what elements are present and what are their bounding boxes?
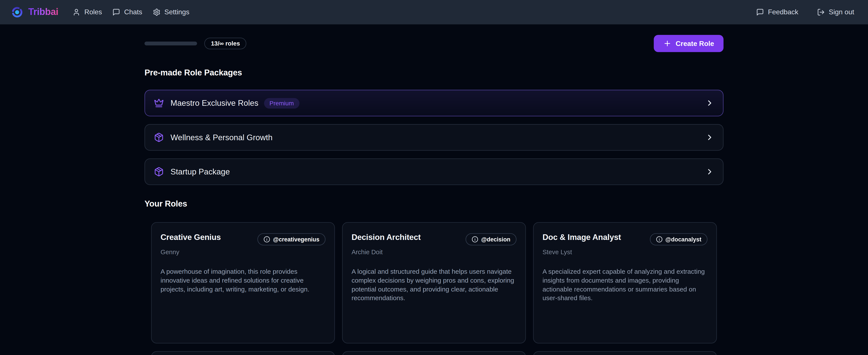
nav-label: Settings: [164, 8, 189, 16]
feedback-button[interactable]: Feedback: [756, 8, 798, 16]
role-title: Doc & Image Analyst: [542, 233, 621, 242]
create-role-button[interactable]: Create Role: [654, 35, 723, 52]
main-content: 13/∞ roles Create Role Pre-made Role Pac…: [145, 35, 723, 355]
app-viewport: Tribbai Roles: [0, 0, 868, 355]
chevron-right-icon: [705, 133, 714, 142]
role-description: A powerhouse of imagination, this role p…: [160, 267, 326, 294]
role-title: Creative Genius: [160, 233, 221, 242]
header-actions: Feedback Sign out: [756, 8, 854, 16]
chevron-right-icon: [705, 167, 714, 176]
package-title: Maestro Exclusive Roles: [170, 98, 258, 108]
info-icon: [264, 236, 270, 243]
user-icon: [73, 8, 81, 16]
roles-toolbar: 13/∞ roles Create Role: [145, 35, 723, 52]
brand-logo-icon: [11, 6, 23, 18]
plus-icon: [663, 39, 671, 48]
role-card-stub[interactable]: [342, 351, 526, 355]
role-handle: @decision: [481, 236, 510, 242]
role-card-doc-image-analyst[interactable]: Doc & Image Analyst @docanalyst Steve Ly…: [533, 222, 717, 344]
brand-name: Tribbai: [28, 7, 58, 18]
role-cards-grid-partial: [145, 351, 723, 355]
info-icon: [472, 236, 478, 243]
role-description: A logical and structured guide that help…: [351, 267, 517, 303]
package-icon: [154, 132, 164, 142]
info-icon: [656, 236, 663, 243]
package-title: Wellness & Personal Growth: [170, 133, 273, 142]
role-persona: Archie Doit: [351, 248, 517, 256]
message-square-icon: [113, 8, 120, 16]
role-persona: Genny: [160, 248, 326, 256]
main-nav: Roles Chats: [73, 8, 189, 16]
message-square-icon: [756, 8, 764, 16]
role-card-stub[interactable]: [151, 351, 335, 355]
role-title: Decision Architect: [351, 233, 421, 242]
nav-label: Roles: [84, 8, 102, 16]
role-persona: Steve Lyst: [542, 248, 708, 256]
role-handle: @creativegenius: [273, 236, 319, 242]
brand[interactable]: Tribbai: [11, 6, 58, 18]
your-roles-heading: Your Roles: [145, 198, 723, 209]
sign-out-label: Sign out: [829, 8, 854, 16]
nav-item-chats[interactable]: Chats: [113, 8, 142, 16]
package-title: Startup Package: [170, 167, 230, 176]
role-handle-badge[interactable]: @docanalyst: [650, 233, 708, 245]
role-handle-badge[interactable]: @creativegenius: [257, 233, 326, 245]
role-card-creative-genius[interactable]: Creative Genius @creativegenius Genny A …: [151, 222, 335, 344]
role-card-stub[interactable]: [533, 351, 717, 355]
chevron-right-icon: [705, 98, 714, 108]
package-row-startup[interactable]: Startup Package: [145, 158, 723, 185]
role-handle: @docanalyst: [665, 236, 701, 242]
crown-icon: [154, 98, 164, 108]
nav-label: Chats: [124, 8, 142, 16]
gear-icon: [153, 8, 160, 16]
package-list: Maestro Exclusive Roles Premium Wellness…: [145, 90, 723, 185]
premade-packages-heading: Pre-made Role Packages: [145, 67, 723, 78]
create-role-label: Create Role: [676, 40, 714, 48]
feedback-label: Feedback: [768, 8, 798, 16]
sign-out-button[interactable]: Sign out: [817, 8, 854, 16]
log-out-icon: [817, 8, 825, 16]
app-header: Tribbai Roles: [0, 0, 868, 24]
roles-count-badge: 13/∞ roles: [204, 38, 247, 50]
role-card-decision-architect[interactable]: Decision Architect @decision Archie Doit…: [342, 222, 526, 344]
nav-item-roles[interactable]: Roles: [73, 8, 102, 16]
nav-item-settings[interactable]: Settings: [153, 8, 189, 16]
role-description: A specialized expert capable of analyzin…: [542, 267, 708, 303]
roles-progress-bar: [145, 41, 197, 46]
package-row-wellness[interactable]: Wellness & Personal Growth: [145, 124, 723, 151]
premium-badge: Premium: [264, 98, 300, 108]
role-cards-grid: Creative Genius @creativegenius Genny A …: [145, 222, 723, 344]
package-icon: [154, 167, 164, 177]
package-row-maestro[interactable]: Maestro Exclusive Roles Premium: [145, 90, 723, 116]
role-handle-badge[interactable]: @decision: [466, 233, 517, 245]
